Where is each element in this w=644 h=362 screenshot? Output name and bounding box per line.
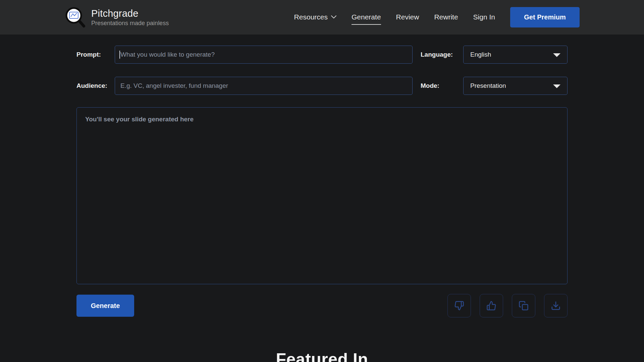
brand-text: Pitchgrade Presentations made painless [91, 8, 169, 27]
copy-icon [519, 301, 529, 311]
nav-item-sign-in[interactable]: Sign In [473, 13, 495, 25]
prompt-label: Prompt: [76, 51, 115, 58]
nav-item-label: Resources [294, 13, 328, 21]
mode-select-value: Presentation [470, 82, 506, 89]
brand-tagline: Presentations made painless [91, 20, 169, 27]
magnifier-chart-logo-icon [64, 7, 86, 28]
nav-item-resources[interactable]: Resources [294, 13, 336, 25]
get-premium-button[interactable]: Get Premium [510, 7, 580, 27]
thumbs-up-button[interactable] [480, 294, 503, 317]
thumbs-down-icon [454, 301, 464, 311]
chevron-down-icon [331, 15, 336, 19]
audience-label: Audience: [76, 82, 115, 89]
main-nav: Resources Generate Review Rewrite Sign I… [294, 7, 580, 27]
nav-item-rewrite[interactable]: Rewrite [434, 13, 458, 25]
slide-output-area: You'll see your slide generated here [76, 107, 568, 284]
prompt-input[interactable] [115, 46, 413, 64]
nav-item-review[interactable]: Review [396, 13, 419, 25]
generate-button[interactable]: Generate [76, 295, 134, 317]
audience-input-wrap [115, 77, 413, 95]
download-button[interactable] [544, 294, 568, 317]
download-icon [551, 301, 561, 311]
action-row: Generate [76, 294, 568, 317]
mode-label: Mode: [421, 82, 463, 89]
language-select-value: English [470, 51, 491, 58]
output-placeholder-text: You'll see your slide generated here [85, 116, 559, 123]
audience-row: Audience: Mode: Presentation [76, 77, 568, 95]
copy-button[interactable] [512, 294, 535, 317]
nav-item-label: Sign In [473, 13, 495, 21]
thumbs-up-icon [486, 301, 496, 311]
thumbs-down-button[interactable] [447, 294, 471, 317]
text-cursor [119, 51, 120, 59]
top-navigation-bar: Pitchgrade Presentations made painless R… [0, 0, 644, 35]
language-label: Language: [421, 51, 463, 58]
generator-panel: Prompt: Language: English Audience: Mode… [76, 46, 568, 362]
featured-in-heading: Featured In [76, 350, 568, 362]
audience-input[interactable] [115, 77, 413, 95]
language-select[interactable]: English [463, 46, 568, 64]
result-action-buttons [447, 294, 568, 317]
caret-down-icon [553, 53, 560, 57]
nav-item-label: Generate [352, 13, 381, 21]
caret-down-icon [553, 84, 560, 88]
mode-select[interactable]: Presentation [463, 77, 568, 95]
nav-item-label: Review [396, 13, 419, 21]
nav-item-generate[interactable]: Generate [352, 13, 381, 25]
prompt-row: Prompt: Language: English [76, 46, 568, 64]
nav-item-label: Rewrite [434, 13, 458, 21]
prompt-input-wrap [115, 46, 413, 64]
brand-title: Pitchgrade [91, 8, 169, 19]
brand[interactable]: Pitchgrade Presentations made painless [64, 7, 169, 28]
